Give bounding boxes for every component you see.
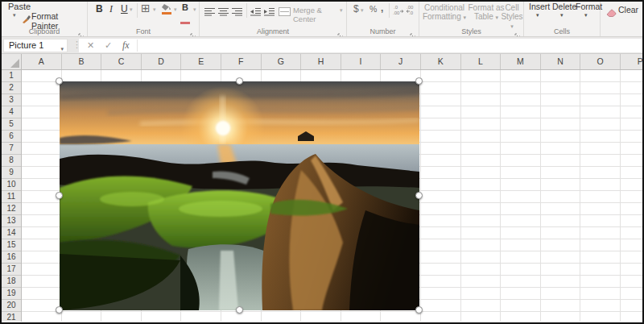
format-painter-icon: [21, 12, 31, 27]
row-header-13[interactable]: 13: [2, 215, 21, 227]
name-box-caret-icon[interactable]: ▾: [60, 43, 64, 55]
borders-dropdown-caret-icon[interactable]: ▾: [153, 6, 156, 13]
font-dialog-launcher-icon[interactable]: [190, 28, 196, 35]
conditional-formatting-button[interactable]: Conditional Formatting ▾: [421, 3, 468, 22]
merge-center-button[interactable]: Merge & Center: [293, 6, 346, 23]
row-header-7[interactable]: 7: [2, 143, 21, 155]
row-header-19[interactable]: 19: [2, 288, 21, 300]
column-header-B[interactable]: B: [62, 54, 102, 69]
format-caret-icon: ▾: [584, 12, 588, 19]
align-left-icon[interactable]: [204, 5, 215, 19]
align-center-icon[interactable]: [218, 5, 229, 19]
bold-button[interactable]: B: [96, 3, 103, 15]
comma-format-button[interactable]: ,: [381, 2, 383, 14]
column-header-K[interactable]: K: [421, 54, 461, 69]
paste-button[interactable]: Paste: [8, 2, 31, 11]
row-header-18[interactable]: 18: [2, 276, 21, 288]
underline-dropdown-caret-icon[interactable]: ▾: [130, 6, 133, 13]
currency-dropdown-caret-icon[interactable]: ▾: [361, 7, 364, 14]
row-header-16[interactable]: 16: [2, 251, 21, 264]
styles-group-label: Styles: [419, 27, 523, 35]
align-right-icon[interactable]: [232, 5, 242, 19]
row-header-4[interactable]: 4: [2, 106, 21, 118]
percent-format-button[interactable]: %: [369, 4, 377, 14]
picture-handle-top-right[interactable]: [415, 77, 423, 85]
increase-decimal-icon[interactable]: .0.00: [392, 3, 404, 19]
font-color-bar-icon: [180, 13, 190, 27]
column-header-M[interactable]: M: [501, 54, 541, 69]
italic-button[interactable]: I: [109, 3, 113, 15]
row-header-8[interactable]: 8: [2, 155, 21, 167]
increase-indent-icon[interactable]: [264, 5, 275, 19]
font-color-button[interactable]: B: [182, 2, 188, 12]
column-header-N[interactable]: N: [541, 54, 581, 69]
picture-handle-top-center[interactable]: [236, 77, 243, 85]
column-header-D[interactable]: D: [142, 54, 182, 69]
row-header-9[interactable]: 9: [2, 167, 21, 179]
picture-handle-top-left[interactable]: [56, 77, 63, 85]
row-header-1[interactable]: 1: [2, 70, 21, 82]
borders-button-icon[interactable]: ⊞: [141, 2, 151, 15]
row-header-5[interactable]: 5: [2, 118, 21, 131]
alignment-group-label: Alignment: [200, 27, 346, 35]
picture-handle-bottom-center[interactable]: [236, 306, 243, 314]
formula-input[interactable]: [140, 39, 641, 52]
column-header-G[interactable]: G: [262, 54, 302, 69]
row-header-3[interactable]: 3: [2, 94, 21, 106]
decrease-decimal-icon[interactable]: .00.0: [406, 3, 418, 19]
column-header-L[interactable]: L: [461, 54, 502, 69]
column-header-O[interactable]: O: [580, 54, 621, 69]
styles-dialog-launcher-icon[interactable]: [514, 28, 521, 35]
clear-eraser-icon: [606, 6, 617, 20]
picture-handle-bottom-left[interactable]: [56, 306, 63, 314]
sheet-body: 123456789101112131415161718192021: [2, 70, 642, 322]
fill-color-dropdown-caret-icon[interactable]: ▾: [174, 6, 177, 13]
row-header-15[interactable]: 15: [2, 239, 21, 251]
select-all-button[interactable]: [2, 54, 22, 69]
row-header-20[interactable]: 20: [2, 300, 21, 312]
merge-center-dropdown-caret-icon[interactable]: ▾: [340, 7, 343, 14]
currency-format-button[interactable]: $: [353, 3, 359, 15]
cancel-button[interactable]: ✕: [87, 40, 94, 51]
name-box[interactable]: Picture 1 ▾: [3, 39, 68, 52]
row-header-6[interactable]: 6: [2, 131, 21, 143]
column-header-A[interactable]: A: [22, 54, 62, 69]
font-color-dropdown-caret-icon[interactable]: ▾: [193, 6, 196, 13]
picture-handle-bottom-right[interactable]: [415, 306, 423, 314]
column-header-I[interactable]: I: [341, 54, 382, 69]
inserted-picture[interactable]: [60, 81, 419, 310]
picture-handle-middle-right[interactable]: [415, 192, 423, 199]
cell-styles-button[interactable]: Cell Styles ▾: [500, 3, 524, 31]
number-dialog-launcher-icon[interactable]: [410, 28, 416, 35]
column-header-P[interactable]: P: [621, 54, 642, 69]
row-header-17[interactable]: 17: [2, 264, 21, 276]
row-header-12[interactable]: 12: [2, 203, 21, 215]
column-header-F[interactable]: F: [221, 54, 262, 69]
clipboard-dialog-launcher-icon[interactable]: [78, 28, 85, 35]
insert-function-button[interactable]: fx: [122, 39, 130, 52]
picture-art: [60, 81, 419, 310]
clipboard-group-label: Clipboard: [2, 27, 87, 35]
worksheet-grid[interactable]: [22, 70, 642, 322]
delete-cells-button[interactable]: Delete: [552, 2, 576, 11]
paste-dropdown-caret-icon[interactable]: ▾: [13, 12, 16, 19]
clear-button[interactable]: Clear: [618, 5, 638, 15]
row-header-10[interactable]: 10: [2, 179, 21, 191]
enter-button[interactable]: ✓: [105, 40, 112, 51]
column-header-E[interactable]: E: [181, 54, 221, 69]
picture-handle-middle-left[interactable]: [56, 192, 63, 199]
row-header-11[interactable]: 11: [2, 191, 21, 203]
column-header-H[interactable]: H: [301, 54, 341, 69]
row-header-2[interactable]: 2: [2, 82, 21, 94]
decrease-indent-icon[interactable]: [250, 5, 261, 19]
fill-color-button-icon[interactable]: [161, 3, 172, 18]
alignment-dialog-launcher-icon[interactable]: [337, 28, 344, 35]
insert-cells-button[interactable]: Insert: [529, 2, 550, 11]
ribbon-group-alignment: Merge & Center ▾ Alignment: [200, 2, 347, 36]
row-header-14[interactable]: 14: [2, 227, 21, 239]
underline-button[interactable]: U: [121, 3, 128, 15]
format-cells-button[interactable]: Format: [576, 2, 602, 11]
column-header-J[interactable]: J: [381, 54, 421, 69]
column-header-C[interactable]: C: [101, 54, 142, 69]
row-header-21[interactable]: 21: [2, 312, 21, 322]
